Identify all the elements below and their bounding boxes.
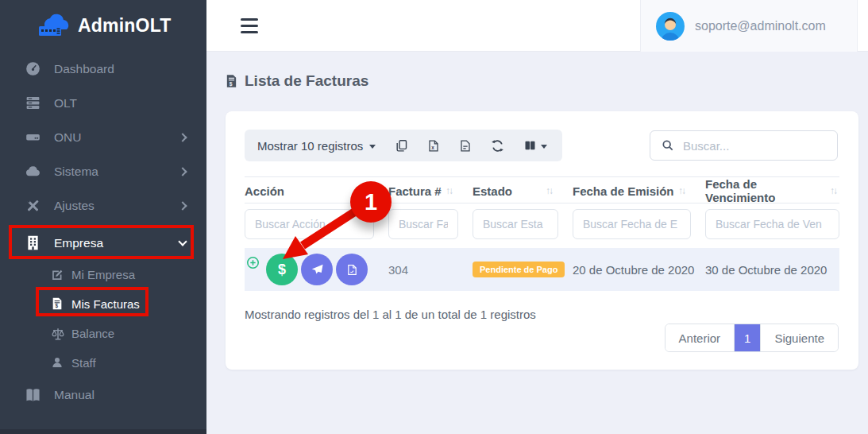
filter-factura-input[interactable] — [388, 209, 458, 239]
building-icon — [24, 234, 41, 252]
paper-plane-icon — [311, 263, 324, 277]
sidebar-footer — [0, 429, 206, 434]
sidebar-item-label: ONU — [54, 130, 81, 145]
sidebar-item-staff[interactable]: Staff — [0, 348, 206, 378]
invoice-icon: $ — [225, 74, 238, 88]
sidebar-item-label: Staff — [71, 356, 96, 370]
sidebar: AdminOLT Dashboard OLT ONU — [0, 0, 206, 434]
edit-square-icon — [51, 268, 65, 282]
sidebar-item-label: OLT — [54, 96, 77, 110]
svg-text:x: x — [432, 144, 435, 149]
pagination: Anterior 1 Siguiente — [665, 324, 839, 352]
column-header-emision[interactable]: Fecha de Emisión ↑↓ — [573, 184, 705, 198]
action-cell: $ — [245, 254, 388, 285]
search-placeholder: Buscar... — [683, 139, 729, 153]
sort-icon: ↑↓ — [678, 185, 685, 196]
page-length-label: Mostrar 10 registros — [257, 139, 363, 153]
search-icon — [662, 139, 674, 152]
sidebar-item-onu[interactable]: ONU — [0, 120, 206, 154]
sort-icon: ↑↓ — [361, 185, 368, 196]
excel-export-button[interactable]: x — [427, 139, 440, 153]
adminolt-app: AdminOLT Dashboard OLT ONU — [0, 0, 868, 434]
svg-text:$: $ — [230, 81, 233, 87]
filter-emision-input[interactable] — [573, 209, 691, 239]
sidebar-item-label: Sistema — [54, 165, 98, 179]
chevron-down-icon — [178, 237, 187, 246]
refresh-button[interactable] — [491, 139, 504, 153]
sidebar-nav: Dashboard OLT ONU Sistema — [0, 52, 206, 411]
sidebar-item-mis-facturas[interactable]: $ Mis Facturas — [0, 289, 206, 319]
sidebar-item-dashboard[interactable]: Dashboard — [0, 52, 206, 86]
sidebar-item-mi-empresa[interactable]: Mi Empresa — [0, 260, 206, 289]
sidebar-item-label: Dashboard — [54, 62, 114, 76]
pay-invoice-button[interactable]: $ — [266, 254, 298, 285]
expand-row-icon[interactable] — [246, 256, 260, 269]
brand-logo[interactable]: AdminOLT — [0, 0, 206, 52]
column-label: Fecha de Emisión — [573, 184, 674, 198]
sidebar-item-label: Ajustes — [54, 199, 95, 213]
svg-text:$: $ — [55, 303, 58, 309]
sidebar-item-empresa[interactable]: Empresa — [0, 226, 206, 260]
column-header-accion[interactable]: Acción ↑↓ — [245, 184, 388, 198]
chevron-right-icon — [178, 201, 187, 210]
user-menu[interactable]: soporte@adminolt.com — [640, 0, 858, 52]
gauge-icon — [24, 60, 41, 78]
column-header-factura[interactable]: Factura # ↑↓ — [388, 184, 473, 198]
sidebar-item-label: Mis Facturas — [71, 297, 140, 311]
pdf-file-icon — [346, 263, 358, 277]
caret-down-icon — [541, 145, 547, 149]
copy-button[interactable] — [395, 139, 408, 153]
column-label: Fecha de Vencimiento — [705, 177, 830, 204]
user-email: soporte@adminolt.com — [695, 19, 826, 33]
facturas-card: Mostrar 10 registros x — [226, 111, 858, 370]
device-icon — [24, 129, 41, 146]
tools-icon — [24, 197, 41, 215]
hamburger-menu-icon[interactable] — [241, 18, 258, 33]
filter-vencimiento-input[interactable] — [705, 209, 839, 239]
previous-page-button[interactable]: Anterior — [665, 324, 735, 351]
sidebar-item-manual[interactable]: Manual — [0, 379, 206, 411]
server-stack-icon — [24, 95, 41, 112]
file-export-button[interactable] — [459, 139, 472, 153]
page-length-dropdown[interactable]: Mostrar 10 registros — [257, 139, 376, 153]
send-invoice-button[interactable] — [301, 254, 333, 285]
table-info-text: Mostrando registros del 1 al 1 de un tot… — [245, 308, 536, 321]
invoice-icon: $ — [51, 297, 65, 312]
sidebar-item-label: Balance — [71, 327, 114, 340]
sidebar-item-label: Mi Empresa — [71, 268, 135, 281]
column-header-vencimiento[interactable]: Fecha de Vencimiento ↑↓ — [705, 177, 839, 204]
avatar — [656, 12, 685, 41]
column-label: Estado — [473, 184, 512, 198]
cloud-olt-logo-icon — [35, 13, 70, 40]
sort-icon: ↑↓ — [546, 185, 552, 196]
book-icon — [24, 386, 41, 404]
column-label: Factura # — [388, 184, 442, 198]
dollar-icon: $ — [278, 262, 286, 278]
column-label: Acción — [245, 184, 284, 198]
sidebar-item-sistema[interactable]: Sistema — [0, 154, 206, 188]
table-row: $ 304 Pendiente de Pago 20 de — [245, 248, 839, 291]
filter-estado-input[interactable] — [473, 209, 558, 239]
download-pdf-button[interactable] — [336, 254, 368, 285]
brand-name: AdminOLT — [78, 15, 171, 37]
global-search[interactable]: Buscar... — [650, 130, 838, 161]
sidebar-item-olt[interactable]: OLT — [0, 86, 206, 120]
caret-down-icon — [369, 145, 376, 149]
column-header-estado[interactable]: Estado ↑↓ — [473, 184, 573, 198]
fecha-emision: 20 de Octubre de 2020 — [573, 263, 705, 277]
sidebar-item-balance[interactable]: Balance — [0, 319, 206, 348]
fecha-vencimiento: 30 de Octubre de 2020 — [705, 263, 839, 277]
sort-icon: ↑↓ — [446, 185, 452, 196]
column-visibility-button[interactable] — [523, 139, 547, 152]
page-title-row: $ Lista de Facturas — [225, 72, 368, 90]
chevron-right-icon — [178, 167, 187, 176]
sidebar-item-label: Manual — [54, 388, 95, 402]
table-filter-row — [245, 203, 839, 245]
status-badge: Pendiente de Pago — [473, 262, 565, 277]
scale-icon — [51, 327, 65, 341]
next-page-button[interactable]: Siguiente — [761, 324, 838, 351]
current-page-button[interactable]: 1 — [734, 324, 761, 351]
empresa-submenu: Mi Empresa $ Mis Facturas Balance — [0, 260, 206, 378]
filter-accion-input[interactable] — [245, 209, 374, 239]
sidebar-item-ajustes[interactable]: Ajustes — [0, 188, 206, 223]
